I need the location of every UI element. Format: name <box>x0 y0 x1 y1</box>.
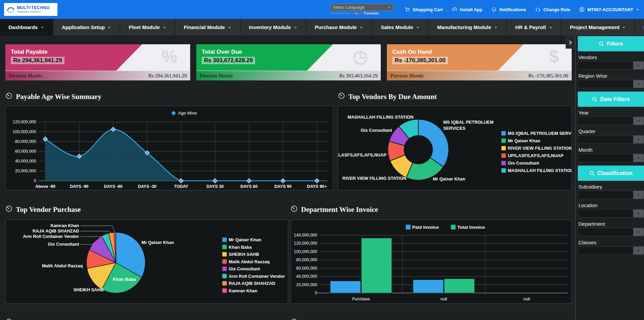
legend-label[interactable]: MS IQBAL PETROLUEM SERVICES <box>508 131 571 136</box>
legend-swatch <box>222 245 227 249</box>
legend-label[interactable]: Mr Qaiser Khan <box>229 237 261 242</box>
classes-dropdown[interactable] <box>578 246 644 255</box>
month-dropdown[interactable] <box>578 154 644 162</box>
legend-label[interactable]: Total Invoice <box>457 225 485 230</box>
nav-item-project-management[interactable]: Project Management <box>562 19 635 35</box>
legend-label[interactable]: RAJA AQIB SHAHZAD <box>229 281 275 286</box>
dropdown-chevron-button[interactable] <box>633 61 644 69</box>
age-wise-chart-card: 020,000,00040,000,00060,000,00080,000,00… <box>5 106 333 190</box>
legend-label[interactable]: Paid Invoice <box>412 225 439 230</box>
nav-item-inventory-module[interactable]: Inventory Module <box>241 19 306 35</box>
language-select-value: Select Language <box>333 5 365 10</box>
nav-item-application-setup[interactable]: Application Setup <box>53 19 121 35</box>
logo-swirl-icon <box>6 5 15 14</box>
department-dropdown[interactable] <box>578 228 644 236</box>
y-axis-tick-label: 0 <box>315 291 317 295</box>
y-axis-tick-label: 60,000,000 <box>296 266 317 271</box>
y-axis-tick-label: 120,000,000 <box>294 241 317 246</box>
legend-label[interactable]: Malik Abdul Razzaq <box>229 259 270 264</box>
dropdown-chevron-button[interactable] <box>633 191 644 199</box>
nav-item-sales-module[interactable]: Sales Module <box>372 19 429 35</box>
sidebar-header-date-filters[interactable]: Date Filters <box>578 92 644 107</box>
x-axis-tick-label: TODAY <box>174 184 189 189</box>
y-axis-tick-label: 140,000,000 <box>294 233 317 238</box>
topbar-action-label: Shopping Cart <box>413 7 443 12</box>
nav-item-label: Application Setup <box>62 24 105 30</box>
subsidiary-dropdown[interactable] <box>578 191 644 199</box>
legend-label[interactable]: Age Wise <box>178 110 197 116</box>
chevron-down-icon <box>636 64 641 67</box>
section-heading-location-invoice: Location Wise Invoice <box>5 318 288 320</box>
region-wise-dropdown[interactable] <box>578 80 644 88</box>
dropdown-chevron-button[interactable] <box>633 247 644 254</box>
bar-paid-invoice[interactable] <box>330 281 361 293</box>
sidebar-collapse-button[interactable] <box>566 36 575 49</box>
nav-item-hr-payroll[interactable]: HR & Payroll <box>507 19 562 35</box>
legend-label[interactable]: Kamran Khan <box>229 288 257 293</box>
legend-label[interactable]: MASHALLAH FILLING STATION <box>508 168 571 173</box>
legend-label[interactable]: SHEIKH SAHB <box>229 252 259 257</box>
topbar-action-install-app[interactable]: Install App <box>451 6 482 13</box>
slice-label: Gis Consultant <box>361 128 392 133</box>
legend-swatch <box>222 281 227 286</box>
legend-swatch <box>222 289 227 293</box>
bar-total-invoice[interactable] <box>444 279 475 293</box>
nav-item-manufacturing-module[interactable]: Manufacturing Module <box>429 19 507 35</box>
bar-total-invoice[interactable] <box>362 238 392 293</box>
legend-label[interactable]: RIVER VIEW FILLING STATION <box>508 146 571 151</box>
dropdown-chevron-button[interactable] <box>633 117 644 125</box>
search-icon <box>589 171 594 176</box>
year-dropdown[interactable] <box>578 117 644 125</box>
nav-item-label: Inventory Module <box>249 24 291 30</box>
topbar-action-shopping-cart[interactable]: Shopping Cart <box>404 6 443 13</box>
search-icon <box>592 97 597 102</box>
nav-item-label: Dashboards <box>8 24 38 30</box>
nav-item-financial-module[interactable]: Financial Module <box>175 19 241 35</box>
legend-label[interactable]: Gis Consultant <box>229 266 260 271</box>
dropdown-chevron-button[interactable] <box>633 210 644 217</box>
topbar-action-label: Change Role <box>543 7 570 12</box>
x-axis-tick-label: DAYS 90+ <box>307 184 327 189</box>
topbar-action-change-role[interactable]: Change Role <box>535 6 570 13</box>
sidebar-field-label-year: Year <box>578 110 644 116</box>
topbar-action-label: MT007-ACCOUNTANT <box>587 7 633 12</box>
legend-label[interactable]: Mr Qaiser Khan <box>508 138 540 143</box>
chevron-down-icon <box>636 230 641 233</box>
location-dropdown[interactable] <box>578 209 644 218</box>
dropdown-chevron-button[interactable] <box>633 154 644 162</box>
kpi-previous-month-label: Previous Month: <box>9 73 43 79</box>
nav-item-reports[interactable]: Reports <box>635 19 644 35</box>
dropdown-chevron-button[interactable] <box>633 228 644 236</box>
nav-item-dashboards[interactable]: Dashboards <box>0 19 53 35</box>
topbar-action-notifications[interactable]: Notifications <box>491 6 526 13</box>
vendors-dropdown[interactable] <box>578 61 644 70</box>
quarter-dropdown[interactable] <box>578 135 644 144</box>
callout-label: Arm Roll Container Vendor <box>23 234 79 239</box>
kpi-previous-month-strip: Previous Month:Rs 303,463,164.29 <box>196 71 381 80</box>
x-axis-tick-label: DAYS 90 <box>274 184 292 189</box>
sidebar-header-filters[interactable]: Filters <box>578 36 644 51</box>
legend-label[interactable]: UPS,ASFS,KFS,AFS,NUAP <box>508 153 564 158</box>
legend-label[interactable]: Arm Roll Container Vendor <box>229 274 285 279</box>
topbar-action-mt007-accountant[interactable]: MT007-ACCOUNTANT <box>579 6 639 13</box>
kpi-title: Total Payable <box>11 49 190 55</box>
sidebar-header-label: Filters <box>607 41 623 47</box>
dropdown-chevron-button[interactable] <box>633 80 644 88</box>
nav-item-purchase-module[interactable]: Purchase Module <box>306 19 372 35</box>
dropdown-chevron-button[interactable] <box>633 136 644 143</box>
sidebar-field-label-location: Location <box>578 202 644 208</box>
chart-legend: Mr Qaiser KhanKhan BabaSHEIKH SAHBMalik … <box>222 237 285 293</box>
sidebar-header-classification[interactable]: Classification <box>578 166 644 181</box>
chevron-down-icon <box>636 249 641 252</box>
sidebar-field-label-vendors: Vendors <box>578 54 644 60</box>
chevron-down-icon <box>622 26 626 29</box>
legend-label[interactable]: Gis Consultant <box>508 161 539 166</box>
sidebar-header-label: Date Filters <box>600 96 629 102</box>
legend-label[interactable]: Khan Baba <box>229 245 252 250</box>
language-select[interactable]: Select Language <box>330 4 393 11</box>
nav-item-fleet-module[interactable]: Fleet Module <box>120 19 175 35</box>
y-axis-tick-label: 60,000,000 <box>15 149 36 154</box>
app-logo[interactable]: MULTI-TECHNO Integrated Solutions <box>4 3 57 16</box>
bar-paid-invoice[interactable] <box>413 280 444 293</box>
chevron-down-icon <box>107 26 111 29</box>
